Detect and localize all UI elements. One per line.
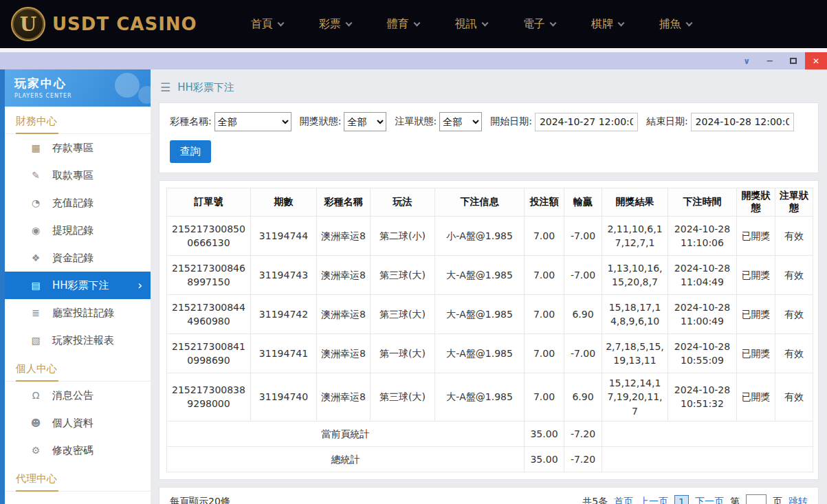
deposit-icon: ▦ <box>30 142 42 153</box>
cell-lottery-name: 澳洲幸运8 <box>317 373 371 421</box>
sidebar-item-announcements[interactable]: Ω 消息公告 <box>5 382 151 409</box>
cell-bet-info: 大-A盤@1.985 <box>435 295 525 334</box>
cell-bet-info: 大-A盤@1.985 <box>435 256 525 295</box>
breadcrumb: ☰ HH彩票下注 <box>160 80 817 94</box>
cell-bet-status: 有效 <box>775 334 813 373</box>
start-date-input[interactable] <box>535 113 638 131</box>
page-jump-input[interactable] <box>746 494 767 504</box>
col-win-loss: 輸贏 <box>564 188 602 217</box>
lottery-name-select[interactable]: 全部 <box>214 112 291 131</box>
cell-order-no: 2152173008500666130 <box>167 217 251 256</box>
col-draw-result: 開獎結果 <box>602 188 668 217</box>
nav-item-live-video[interactable]: 視訊 <box>455 10 487 39</box>
sidebar-item-funds-record[interactable]: ❖ 資金記錄 <box>5 244 151 272</box>
pagination: 共5条 首页 上一页 1 下一页 第 页 跳转 <box>582 494 808 504</box>
cell-play-type: 第二球(小) <box>371 217 435 256</box>
sidebar-item-player-bet-report[interactable]: ▧ 玩家投注報表 <box>5 327 151 354</box>
cell-issue: 31194743 <box>251 256 317 295</box>
sidebar-item-change-password[interactable]: ⚙ 修改密碼 <box>5 437 151 464</box>
withdrawal-record-icon: ◉ <box>30 225 42 236</box>
table-row: 2152173008410998690 31194741 澳洲幸运8 第一球(大… <box>167 334 813 373</box>
nav-item-label: 電子 <box>523 17 545 32</box>
cell-win-loss: 6.90 <box>564 373 602 421</box>
nav-item-home[interactable]: 首頁 <box>251 10 283 39</box>
sidebar-item-recharge-record[interactable]: ◔ 充值記錄 <box>5 189 151 217</box>
cell-bet-info: 大-A盤@1.985 <box>435 373 525 421</box>
table-row: 2152173008444960980 31194742 澳洲幸运8 第三球(大… <box>167 295 813 334</box>
prev-page-link[interactable]: 上一页 <box>639 496 668 504</box>
table-footer: 每頁顯示20條 共5条 首页 上一页 1 下一页 第 页 跳转 <box>159 487 819 504</box>
window-close-icon[interactable]: ✕ <box>805 52 827 69</box>
nav-item-board-games[interactable]: 棋牌 <box>591 10 624 39</box>
cell-draw-status: 已開獎 <box>737 217 775 256</box>
table-row-total-summary: 總統計 35.00 -7.20 <box>167 446 813 472</box>
person-icon: ☻ <box>30 417 42 428</box>
chevron-down-icon <box>617 19 624 26</box>
window-title-bar: ∨ − ✕ <box>0 52 827 69</box>
sidebar-item-deposit[interactable]: ▦ 存款專區 <box>5 134 151 162</box>
brand-logo[interactable]: U USDT CASINO <box>11 7 197 41</box>
cell-bet-amount: 7.00 <box>525 334 564 373</box>
sidebar-item-label: 存款專區 <box>52 142 93 155</box>
bell-icon: Ω <box>30 390 42 401</box>
lottery-bet-icon: ▤ <box>30 280 42 291</box>
cell-order-no: 2152173008444960980 <box>167 295 251 334</box>
cell-lottery-name: 澳洲幸运8 <box>317 295 371 334</box>
col-lottery-name: 彩種名稱 <box>317 188 371 217</box>
cell-issue: 31194741 <box>251 334 317 373</box>
cell-bet-status: 有效 <box>775 217 813 256</box>
filter-panel: 彩種名稱: 全部 開獎狀態: 全部 注單狀態: 全部 開始日期: 結束日期: 查… <box>159 102 819 173</box>
chevron-down-icon <box>481 19 488 26</box>
cell-play-type: 第三球(大) <box>371 295 435 334</box>
workspace: 玩家中心 PLAYERS CENTER 財務中心 ▦ 存款專區 ✎ 取款專區 ◔… <box>0 69 827 504</box>
cell-draw-result: 15,18,17,14,8,9,6,10 <box>602 295 668 334</box>
total-summary-label: 總統計 <box>167 446 525 472</box>
total-summary-empty <box>602 446 813 472</box>
window-maximize-icon[interactable] <box>782 52 805 69</box>
sidebar-item-label: 玩家投注報表 <box>52 334 114 347</box>
window-minimize-icon[interactable]: − <box>758 52 782 69</box>
cell-lottery-name: 澳洲幸运8 <box>317 217 371 256</box>
sidebar-item-profile[interactable]: ☻ 個人資料 <box>5 409 151 437</box>
jump-label-after: 页 <box>773 496 782 504</box>
col-order-no: 訂單號 <box>167 188 251 217</box>
table-row: 2152173008389298000 31194740 澳洲幸运8 第三球(大… <box>167 373 813 421</box>
total-summary-bet-total: 35.00 <box>525 446 564 472</box>
end-date-input[interactable] <box>691 113 794 131</box>
current-page-indicator[interactable]: 1 <box>674 495 689 504</box>
nav-item-sports[interactable]: 體育 <box>387 10 419 39</box>
nav-item-fishing[interactable]: 捕魚 <box>659 10 692 39</box>
sidebar-item-label: 修改密碼 <box>52 444 93 457</box>
search-button[interactable]: 查詢 <box>170 140 211 163</box>
main-content: ☰ HH彩票下注 彩種名稱: 全部 開獎狀態: 全部 注單狀態: 全部 開始日期… <box>151 69 827 504</box>
first-page-link[interactable]: 首页 <box>614 496 633 504</box>
sidebar-item-withdrawal-record[interactable]: ◉ 提現記錄 <box>5 217 151 244</box>
top-nav: U USDT CASINO 首頁 彩票 體育 視訊 電子 棋牌 捕魚 <box>0 0 827 48</box>
sidebar-item-hh-lottery-bet[interactable]: ▤ HH彩票下注 › <box>5 272 151 299</box>
next-page-link[interactable]: 下一页 <box>695 496 724 504</box>
col-issue: 期數 <box>251 188 317 217</box>
nav-item-slots[interactable]: 電子 <box>523 10 555 39</box>
nav-item-lottery[interactable]: 彩票 <box>319 10 351 39</box>
col-draw-status: 開獎狀態 <box>737 188 775 217</box>
cell-issue: 31194740 <box>251 373 317 421</box>
col-bet-status: 注單狀態 <box>775 188 813 217</box>
nav-item-label: 彩票 <box>319 17 341 32</box>
sidebar-item-label: 消息公告 <box>52 389 93 402</box>
cell-bet-time: 2024-10-28 11:00:49 <box>668 295 737 334</box>
col-bet-amount: 投注額 <box>525 188 564 217</box>
menu-icon[interactable]: ☰ <box>160 80 170 94</box>
jump-button[interactable]: 跳转 <box>789 496 808 504</box>
cell-play-type: 第一球(大) <box>371 334 435 373</box>
table-row: 2152173008468997150 31194743 澳洲幸运8 第三球(大… <box>167 256 813 295</box>
sidebar-item-hall-bet-record[interactable]: ≣ 廳室投註記錄 <box>5 299 151 327</box>
section-finance-center: 財務中心 <box>5 107 151 134</box>
cell-order-no: 2152173008410998690 <box>167 334 251 373</box>
sidebar-item-withdraw[interactable]: ✎ 取款專區 <box>5 162 151 189</box>
window-collapse-icon[interactable]: ∨ <box>735 52 758 69</box>
bet-status-select[interactable]: 全部 <box>439 112 482 131</box>
cell-win-loss: -7.00 <box>564 217 602 256</box>
draw-status-select[interactable]: 全部 <box>344 112 386 131</box>
col-bet-time: 下注時間 <box>668 188 737 217</box>
cell-issue: 31194744 <box>251 217 317 256</box>
